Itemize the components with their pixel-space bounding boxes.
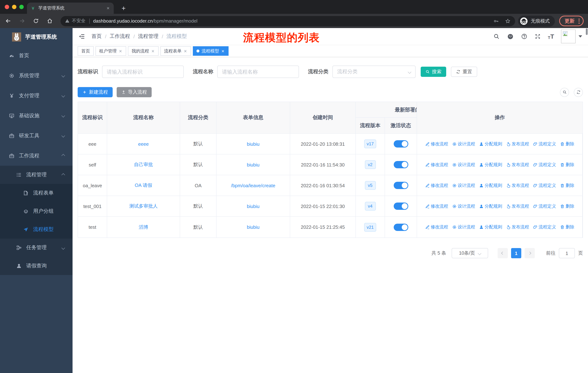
action-definition[interactable]: 流程定义 bbox=[533, 161, 556, 168]
update-button[interactable]: 更新 bbox=[559, 16, 584, 26]
action-definition[interactable]: 流程定义 bbox=[533, 203, 556, 209]
window-close-button[interactable] bbox=[5, 5, 9, 9]
action-assign[interactable]: 分配规则 bbox=[479, 224, 502, 230]
action-definition[interactable]: 流程定义 bbox=[533, 182, 556, 189]
browser-tab[interactable]: 芋道管理系统 bbox=[27, 2, 114, 14]
process-name-link[interactable]: OA 请假 bbox=[135, 182, 152, 189]
import-process-button[interactable]: 导入流程 bbox=[117, 87, 152, 97]
page-tab-流程表单[interactable]: 流程表单 bbox=[160, 46, 191, 56]
sidebar-item-process-mgmt[interactable]: 流程管理 bbox=[0, 166, 73, 184]
search-icon[interactable] bbox=[493, 33, 500, 40]
action-design[interactable]: 设计流程 bbox=[452, 203, 475, 209]
process-id-input[interactable] bbox=[102, 66, 184, 78]
active-toggle[interactable] bbox=[394, 161, 408, 168]
page-tab-首页[interactable]: 首页 bbox=[78, 46, 94, 56]
home-icon[interactable] bbox=[47, 18, 53, 24]
category-select[interactable]: 流程分类 bbox=[332, 66, 416, 78]
process-name-input[interactable] bbox=[217, 66, 299, 78]
reset-button[interactable]: 重置 bbox=[451, 67, 477, 77]
current-page[interactable]: 1 bbox=[511, 248, 521, 258]
new-tab-button[interactable]: + bbox=[119, 3, 128, 14]
breadcrumb-item[interactable]: 工作流程 bbox=[110, 33, 130, 40]
process-name-link[interactable]: 滔博 bbox=[139, 224, 148, 230]
action-design[interactable]: 设计流程 bbox=[452, 182, 475, 189]
breadcrumb-item[interactable]: 流程管理 bbox=[138, 33, 158, 40]
sidebar-item-infrastructure[interactable]: 基础设施 bbox=[0, 106, 73, 126]
action-delete[interactable]: 删除 bbox=[560, 203, 574, 209]
page-tab-我的流程[interactable]: 我的流程 bbox=[128, 46, 158, 56]
avatar[interactable] bbox=[561, 30, 576, 43]
action-delete[interactable]: 删除 bbox=[560, 182, 574, 189]
process-name-link[interactable]: 测试多审批人 bbox=[129, 203, 158, 210]
action-publish[interactable]: 发布流程 bbox=[506, 203, 529, 209]
form-info-link[interactable]: /bpm/oa/leave/create bbox=[231, 183, 275, 188]
goto-page-input[interactable] bbox=[559, 248, 575, 258]
page-tab-流程模型[interactable]: 流程模型 bbox=[193, 46, 229, 56]
action-assign[interactable]: 分配规则 bbox=[479, 161, 502, 168]
active-toggle[interactable] bbox=[394, 140, 408, 148]
action-definition[interactable]: 流程定义 bbox=[533, 141, 556, 147]
show-search-button[interactable] bbox=[560, 88, 569, 97]
sidebar-item-workflow[interactable]: 工作流程 bbox=[0, 146, 73, 166]
action-delete[interactable]: 删除 bbox=[560, 224, 574, 230]
action-publish[interactable]: 发布流程 bbox=[506, 182, 529, 189]
create-process-button[interactable]: 新建流程 bbox=[78, 87, 113, 97]
sidebar-item-payment-mgmt[interactable]: 支付管理 bbox=[0, 86, 73, 106]
breadcrumb-item[interactable]: 首页 bbox=[92, 33, 102, 40]
tab-close-icon[interactable] bbox=[106, 6, 110, 10]
sidebar-collapse-icon[interactable] bbox=[78, 33, 85, 40]
close-icon[interactable] bbox=[151, 49, 155, 53]
action-assign[interactable]: 分配规则 bbox=[479, 141, 502, 147]
process-name-link[interactable]: eeee bbox=[138, 141, 149, 147]
search-button[interactable]: 搜索 bbox=[421, 67, 446, 77]
action-publish[interactable]: 发布流程 bbox=[506, 161, 529, 168]
sidebar-item-process-form[interactable]: 流程表单 bbox=[0, 184, 73, 202]
action-publish[interactable]: 发布流程 bbox=[506, 141, 529, 147]
fullscreen-icon[interactable] bbox=[535, 33, 541, 40]
sidebar-item-user-group[interactable]: 用户分组 bbox=[0, 202, 73, 220]
action-edit[interactable]: 修改流程 bbox=[425, 224, 448, 230]
action-publish[interactable]: 发布流程 bbox=[506, 224, 529, 230]
font-size-icon[interactable]: TT bbox=[548, 33, 554, 40]
action-design[interactable]: 设计流程 bbox=[452, 161, 475, 168]
page-scrollbar[interactable] bbox=[586, 28, 588, 35]
page-tab-租户管理[interactable]: 租户管理 bbox=[95, 46, 126, 56]
browser-menu-icon[interactable] bbox=[578, 18, 580, 23]
action-definition[interactable]: 流程定义 bbox=[533, 224, 556, 230]
forward-icon[interactable] bbox=[19, 18, 25, 24]
sidebar-item-process-model[interactable]: 流程模型 bbox=[0, 220, 73, 239]
active-toggle[interactable] bbox=[394, 223, 408, 231]
action-delete[interactable]: 删除 bbox=[560, 161, 574, 168]
breadcrumb-item[interactable]: 流程模型 bbox=[166, 33, 187, 40]
github-icon[interactable] bbox=[507, 33, 514, 40]
sidebar-item-dev-tools[interactable]: 研发工具 bbox=[0, 126, 73, 146]
prev-page-button[interactable] bbox=[498, 248, 508, 258]
sidebar-item-home[interactable]: 首页 bbox=[0, 46, 73, 66]
sidebar-item-task-mgmt[interactable]: 任务管理 bbox=[0, 239, 73, 257]
close-icon[interactable] bbox=[221, 49, 225, 53]
action-edit[interactable]: 修改流程 bbox=[425, 182, 448, 189]
form-info-link[interactable]: biubiu bbox=[247, 224, 259, 230]
sidebar-item-leave-query[interactable]: 请假查询 bbox=[0, 257, 73, 275]
help-icon[interactable] bbox=[521, 33, 527, 40]
action-edit[interactable]: 修改流程 bbox=[425, 161, 448, 168]
close-icon[interactable] bbox=[118, 49, 123, 53]
action-edit[interactable]: 修改流程 bbox=[425, 203, 448, 209]
window-zoom-button[interactable] bbox=[19, 5, 24, 9]
bookmark-star-icon[interactable] bbox=[505, 18, 511, 24]
window-minimize-button[interactable] bbox=[12, 5, 16, 9]
close-icon[interactable] bbox=[183, 49, 187, 53]
back-icon[interactable] bbox=[5, 18, 11, 24]
action-delete[interactable]: 删除 bbox=[560, 141, 574, 147]
sidebar-item-system-mgmt[interactable]: 系统管理 bbox=[0, 66, 73, 86]
active-toggle[interactable] bbox=[394, 202, 408, 210]
action-edit[interactable]: 修改流程 bbox=[425, 141, 448, 147]
form-info-link[interactable]: biubiu bbox=[247, 141, 259, 147]
address-bar[interactable]: 不安全 dashboard.yudao.iocoder.cn /bpm/mana… bbox=[61, 16, 515, 26]
caret-down-icon[interactable] bbox=[578, 35, 582, 38]
password-key-icon[interactable] bbox=[493, 18, 499, 24]
page-size-select[interactable]: 10条/页 bbox=[452, 248, 488, 258]
action-design[interactable]: 设计流程 bbox=[452, 224, 475, 230]
action-assign[interactable]: 分配规则 bbox=[479, 182, 502, 189]
next-page-button[interactable] bbox=[525, 248, 535, 258]
